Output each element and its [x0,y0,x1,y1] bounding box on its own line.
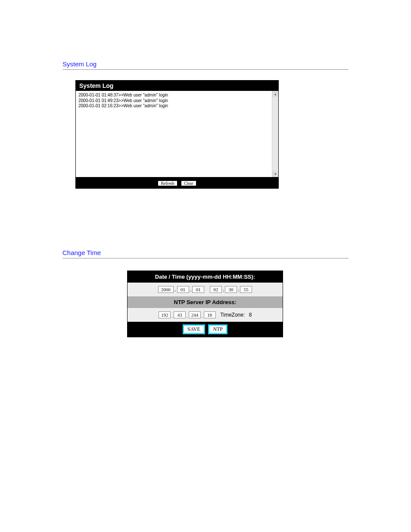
dash-sep: - [174,288,177,293]
system-log-body: 2000-01-01 01:48:37>>Web user "admin" lo… [76,91,278,177]
ip-octet-4-field[interactable] [204,311,216,318]
system-log-footer: Refresh Clear [76,177,278,188]
timezone-label: TimeZone: [218,312,245,318]
ntp-header: NTP Server IP Address: [128,296,283,308]
log-entry: 2000-01-01 01:49:23>>Web user "admin" lo… [78,98,269,104]
ip-octet-2-field[interactable] [174,311,186,318]
divider [62,69,349,70]
timezone-value: 8 [246,312,252,318]
minute-field[interactable] [225,286,237,293]
colon-sep: : [237,288,240,293]
second-field[interactable] [240,286,252,293]
ntp-row: ... TimeZone: 8 [128,308,283,322]
refresh-button[interactable]: Refresh [158,180,177,186]
ip-octet-3-field[interactable] [189,311,201,318]
month-field[interactable] [177,286,189,293]
dot-sep: . [186,313,188,318]
scroll-up-icon[interactable]: ▴ [272,91,278,97]
datetime-header: Date / Time (yyyy-mm-dd HH:MM:SS): [128,271,283,283]
hour-field[interactable] [210,286,222,293]
year-field[interactable] [158,286,174,293]
scroll-down-icon[interactable]: ▾ [272,171,278,177]
clear-button[interactable]: Clear [181,180,196,186]
scrollbar[interactable]: ▴ ▾ [272,91,278,177]
change-time-section-title: Change Time [62,249,349,256]
dot-sep: . [201,313,203,318]
datetime-row: -- :: [128,283,283,296]
log-entry: 2000-01-01 01:48:37>>Web user "admin" lo… [78,93,269,98]
dot-sep: . [171,313,173,318]
ip-octet-1-field[interactable] [159,311,171,318]
colon-sep: : [222,288,224,293]
divider [62,258,349,258]
day-field[interactable] [192,286,204,293]
ntp-button[interactable]: NTP [208,324,227,334]
system-log-panel: System Log 2000-01-01 01:48:37>>Web user… [75,80,279,189]
log-entry: 2000-01-01 02:16:23>>Web user "admin" lo… [78,103,269,109]
time-panel: Date / Time (yyyy-mm-dd HH:MM:SS): -- ::… [127,271,283,337]
system-log-header: System Log [76,81,278,91]
time-panel-footer: SAVE NTP [128,322,283,337]
system-log-section-title: System Log [62,60,349,68]
save-button[interactable]: SAVE [183,324,205,334]
dash-sep: - [190,288,192,293]
